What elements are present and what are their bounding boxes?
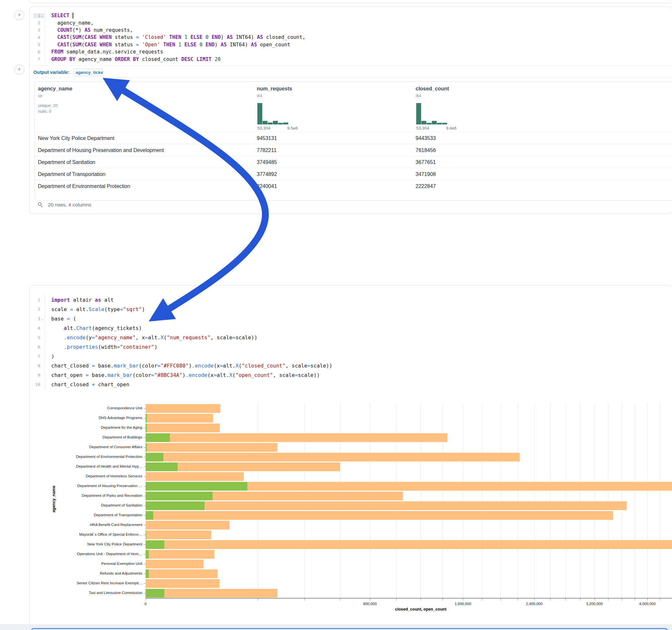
bar-closed-count [146, 423, 220, 432]
line-number: 8 [34, 363, 40, 368]
add-cell-button-middle[interactable]: + [14, 65, 24, 75]
table-row[interactable]: New York City Police Department945313194… [35, 132, 672, 144]
y-axis-label: Refunds and Adjustments [32, 571, 142, 575]
code-line[interactable]: 6⌄ .properties(width="container") [29, 342, 672, 352]
y-axis-label: Department of Sanitation [32, 503, 142, 507]
chart-plot-area [146, 404, 672, 598]
code-line[interactable]: 6⌄FROM sample_data.nyc.service_requests [29, 48, 672, 55]
python-cell-card: 1⌄import altair as alt2⌄scale = alt.Scal… [29, 285, 672, 626]
output-variable-row: Output variable: agency_tickets [33, 67, 103, 77]
bar-closed-count [146, 453, 520, 461]
sql-code-editor[interactable]: 1⌄SELECT 2⌄ agency_name,3⌄ COUNT(*) AS n… [29, 12, 672, 63]
column-header-num-requests[interactable]: num_requests [257, 86, 292, 92]
result-table: agency_name str unique: 20 nulls: 0 num_… [34, 81, 672, 201]
code-line[interactable]: 3⌄ COUNT(*) AS num_requests, [29, 27, 672, 34]
bar-open-count [146, 550, 149, 559]
line-number: 2 [34, 20, 40, 25]
table-cell: Department of Transportation [38, 171, 105, 177]
bar-open-count [146, 570, 149, 578]
bar-closed-count [146, 540, 672, 549]
table-cell: Department of Housing Preservation and D… [38, 147, 164, 153]
y-axis-label: Department of Parks and Recreation [32, 493, 142, 498]
y-axis-label: Department of Transportation [32, 513, 142, 517]
code-line[interactable]: 7⌄GROUP BY agency_name ORDER BY closed_c… [29, 55, 672, 63]
table-cell: 3774892 [257, 171, 277, 177]
table-cell: 9453131 [257, 136, 277, 141]
y-axis-label: Correspondence Unit [32, 406, 142, 410]
bar-closed-count [146, 511, 613, 520]
bar-closed-count [146, 521, 230, 530]
table-cell: Department of Sanitation [38, 160, 95, 165]
bar-closed-count [146, 404, 220, 413]
bar-open-count [146, 443, 147, 452]
table-row[interactable]: Department of Transportation377489234719… [35, 168, 672, 180]
code-line[interactable]: 3⌄base = ( [29, 314, 672, 323]
python-code-editor[interactable]: 1⌄import altair as alt2⌄scale = alt.Scal… [29, 295, 672, 389]
code-line[interactable]: 4⌄ alt.Chart(agency_tickets) [29, 323, 672, 333]
search-icon[interactable] [38, 202, 44, 208]
x-axis-title: closed_count, open_count [388, 607, 453, 611]
table-cell: 3677651 [415, 160, 436, 165]
code-line[interactable]: 1⌄import altair as alt [29, 295, 672, 305]
code-line[interactable]: 2⌄ agency_name, [29, 19, 672, 26]
line-number: 4 [34, 35, 40, 40]
y-axis-label: Department of Housing Preservation … [32, 484, 142, 488]
bar-open-count [146, 511, 153, 520]
fold-toggle-icon[interactable]: ⌄ [41, 14, 44, 18]
x-axis-label: 800,000 [363, 602, 377, 606]
table-cell: 2240041 [257, 184, 277, 189]
bar-closed-count [146, 560, 203, 568]
table-row[interactable]: Department of Sanitation37494853677651 [35, 156, 672, 168]
bar-open-count [146, 492, 213, 500]
code-line[interactable]: 10⌄chart_closed + chart_open [29, 380, 672, 389]
row-count-label: 20 rows, 4 columns [48, 202, 91, 208]
bar-open-count [146, 589, 164, 598]
code-line[interactable]: 5⌄ .encode(y="agency_name", x=alt.X("num… [29, 333, 672, 342]
bar-closed-count [146, 589, 278, 598]
line-number: 2 [34, 307, 40, 312]
table-cell: New York City Police Department [38, 136, 115, 141]
y-axis-label: Department of Consumer Affairs [32, 445, 142, 449]
bar-closed-count [146, 550, 214, 559]
line-number: 5 [34, 42, 40, 47]
fold-toggle-icon[interactable]: ⌄ [41, 317, 44, 320]
histogram-num-requests [257, 103, 288, 124]
previous-cell-edge [29, 0, 672, 3]
line-number: 3 [34, 316, 40, 321]
table-row[interactable]: Department of Housing Preservation and D… [35, 144, 672, 156]
column-header-closed-count[interactable]: closed_count [415, 86, 449, 92]
output-variable-label: Output variable: [33, 70, 69, 75]
column-header-agency-name[interactable]: agency_name [38, 86, 72, 92]
y-axis-label: Operations Unit - Department of Hom… [32, 552, 142, 556]
table-row[interactable]: Department of Environmental Protection22… [35, 180, 672, 192]
code-line[interactable]: 5⌄ CAST(SUM(CASE WHEN status = 'Open' TH… [29, 41, 672, 48]
table-cell: 7618456 [415, 147, 436, 153]
x-axis-label: 3,200,000 [586, 602, 603, 606]
y-axis-label: Department of Environmental Protection [32, 455, 142, 459]
code-line[interactable]: 1⌄SELECT [29, 12, 672, 19]
y-axis-label: Department for the Aging [32, 426, 142, 429]
bar-open-count [146, 453, 163, 461]
line-number: 6 [34, 50, 40, 54]
code-line[interactable]: 7⌄) [29, 352, 672, 361]
bar-open-count [146, 433, 170, 442]
code-line[interactable]: 9⌄chart_open = base.mark_bar(color="#8BC… [29, 370, 672, 380]
column-meta: unique: 20 nulls: 0 [38, 103, 72, 114]
histogram-closed-count [416, 103, 447, 124]
add-cell-button-top[interactable]: + [14, 10, 24, 20]
y-axis-label: Department of Buildings [32, 435, 142, 439]
sql-cell-card: 1⌄SELECT 2⌄ agency_name,3⌄ COUNT(*) AS n… [29, 6, 672, 214]
histogram-labels: 53,304 9.5e6 [257, 126, 312, 130]
line-number: 4 [34, 326, 40, 331]
code-line[interactable]: 2⌄scale = alt.Scale(type="sqrt") [29, 305, 672, 314]
code-line[interactable]: 8⌄chart_closed = base.mark_bar(color="#F… [29, 361, 672, 370]
bar-open-count [146, 414, 147, 422]
code-line[interactable]: 4⌄ CAST(SUM(CASE WHEN status = 'Closed' … [29, 34, 672, 41]
line-number: 1 [34, 297, 40, 302]
bar-closed-count [146, 472, 244, 481]
y-axis-label: Personal Exemption Unit [32, 562, 142, 565]
next-cell-selected-edge[interactable] [31, 628, 668, 630]
table-cell: 3749485 [257, 160, 277, 165]
histogram-labels: 53,304 9.4e6 [416, 126, 471, 130]
output-variable-pill[interactable]: agency_tickets [73, 69, 103, 76]
